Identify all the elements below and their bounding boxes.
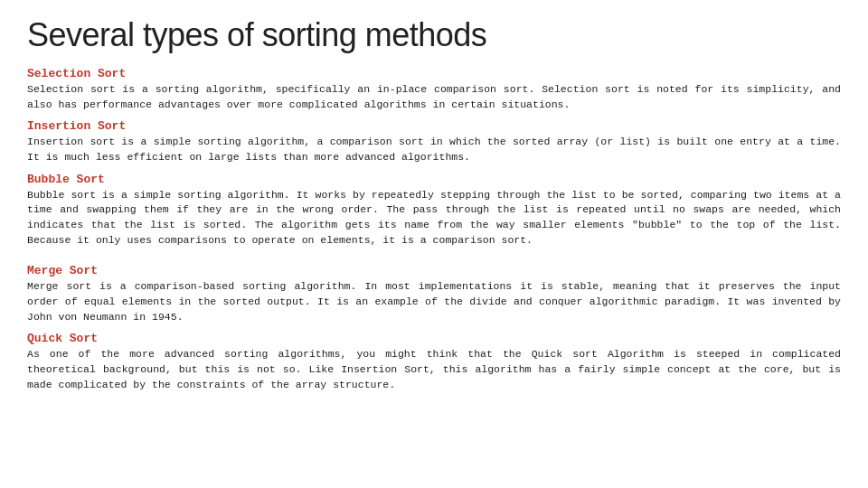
heading-bubble-sort: Bubble Sort <box>27 173 841 186</box>
section-insertion-sort: Insertion SortInsertion sort is a simple… <box>27 119 841 164</box>
section-bubble-sort: Bubble SortBubble sort is a simple sorti… <box>27 173 841 249</box>
heading-selection-sort: Selection Sort <box>27 67 841 80</box>
body-insertion-sort: Insertion sort is a simple sorting algor… <box>27 135 841 164</box>
heading-quick-sort: Quick Sort <box>27 332 841 345</box>
heading-merge-sort: Merge Sort <box>27 264 841 277</box>
sections-container: Selection SortSelection sort is a sortin… <box>27 67 841 392</box>
body-quick-sort: As one of the more advanced sorting algo… <box>27 347 841 392</box>
body-bubble-sort: Bubble sort is a simple sorting algorith… <box>27 188 841 249</box>
body-merge-sort: Merge sort is a comparison-based sorting… <box>27 279 841 324</box>
page-title: Several types of sorting methods <box>27 16 841 54</box>
heading-insertion-sort: Insertion Sort <box>27 119 841 133</box>
section-selection-sort: Selection SortSelection sort is a sortin… <box>27 67 841 112</box>
section-quick-sort: Quick SortAs one of the more advanced so… <box>27 332 841 392</box>
spacer <box>27 255 841 264</box>
body-selection-sort: Selection sort is a sorting algorithm, s… <box>27 82 841 112</box>
section-merge-sort: Merge SortMerge sort is a comparison-bas… <box>27 264 841 324</box>
page-container: Several types of sorting methods Selecti… <box>0 0 868 488</box>
